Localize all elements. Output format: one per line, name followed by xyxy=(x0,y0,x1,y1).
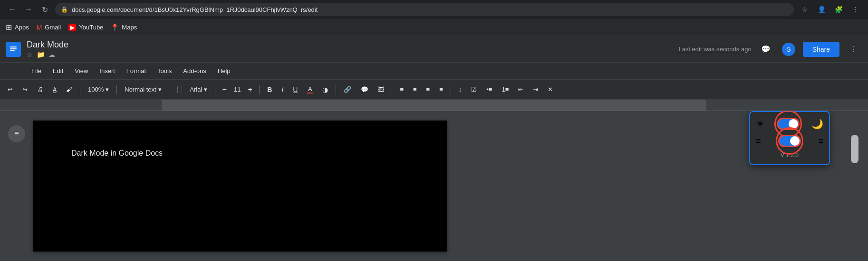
menu-format[interactable]: Format xyxy=(122,65,151,76)
checklist-button[interactable]: ☑ xyxy=(467,83,481,96)
menu-insert[interactable]: Insert xyxy=(95,65,120,76)
toggle-knob-2 xyxy=(790,136,800,146)
bookmark-gmail[interactable]: M Gmail xyxy=(37,24,61,31)
share-button[interactable]: Share xyxy=(803,42,839,57)
forward-button[interactable]: → xyxy=(22,3,35,16)
undo-button[interactable]: ↩ xyxy=(4,83,17,96)
redo-button[interactable]: ↪ xyxy=(19,83,31,96)
theme-toggle[interactable] xyxy=(777,118,800,130)
outline-icon: ≡ xyxy=(14,130,19,138)
menu-dots-icon[interactable]: ⋮ xyxy=(849,3,862,16)
popup-row-theme: ☀ 🌙 xyxy=(756,118,823,130)
decrease-indent-icon: ⇤ xyxy=(518,86,523,93)
profile-icon[interactable]: 👤 xyxy=(815,3,828,16)
scroll-indicator xyxy=(851,135,858,163)
image-button[interactable]: 🖼 xyxy=(374,83,388,96)
docs-title-area: Dark Mode ☆ 📁 ☁ xyxy=(27,40,68,58)
layout-toggle[interactable] xyxy=(778,135,801,147)
highlight-color-button[interactable]: ◑ xyxy=(318,83,332,96)
clear-formatting-icon: ✕ xyxy=(548,86,553,93)
link-button[interactable]: 🔗 xyxy=(340,83,355,96)
align-justify-button[interactable]: ≡ xyxy=(435,83,447,96)
nav-buttons: ← → ↻ xyxy=(6,3,51,16)
sidebar-toggle-icon[interactable]: ⋮ xyxy=(845,41,862,58)
list-right-icon: ≡ xyxy=(818,136,823,146)
increase-indent-button[interactable]: ⇥ xyxy=(529,83,542,96)
align-center-button[interactable]: ≡ xyxy=(409,83,421,96)
outline-button[interactable]: ≡ xyxy=(8,125,25,142)
line-spacing-button[interactable]: ↕ xyxy=(455,83,466,96)
bookmark-youtube[interactable]: ▶ YouTube xyxy=(68,24,103,31)
bold-icon: B xyxy=(267,86,272,93)
youtube-icon: ▶ xyxy=(68,24,76,31)
align-right-icon: ≡ xyxy=(426,86,430,93)
text-color-button[interactable]: A xyxy=(303,83,317,96)
underline-button[interactable]: U xyxy=(289,83,301,96)
bookmark-icon[interactable]: ☆ xyxy=(798,3,811,16)
account-icon[interactable]: G xyxy=(780,41,797,58)
print-button[interactable]: 🖨 xyxy=(33,83,47,96)
menu-tools[interactable]: Tools xyxy=(153,65,176,76)
bookmark-apps[interactable]: ⊞ Apps xyxy=(6,23,29,32)
font-size-area: − 11 + xyxy=(219,84,255,95)
paint-format-button[interactable]: 🖌 xyxy=(62,83,76,96)
extension-icon[interactable]: 🧩 xyxy=(832,3,845,16)
back-button[interactable]: ← xyxy=(6,3,19,16)
comment-icon: 💬 xyxy=(361,86,368,93)
svg-rect-3 xyxy=(10,50,15,51)
address-text: docs.google.com/document/d/1BsU0x12YvrRg… xyxy=(72,6,318,13)
doc-title[interactable]: Dark Mode xyxy=(27,40,68,50)
font-selector[interactable]: Arial ▾ xyxy=(186,86,211,93)
italic-button[interactable]: I xyxy=(278,83,287,96)
chrome-nav-bar: ← → ↻ 🔒 docs.google.com/document/d/1BsU0… xyxy=(0,0,868,19)
comment-button[interactable]: 💬 xyxy=(357,83,372,96)
reload-button[interactable]: ↻ xyxy=(38,3,51,16)
numbered-list-button[interactable]: 1≡ xyxy=(498,83,512,96)
decrease-indent-button[interactable]: ⇤ xyxy=(514,83,527,96)
document-page[interactable]: Dark Mode in Google Docs xyxy=(33,121,447,252)
comments-icon[interactable]: 💬 xyxy=(757,41,774,58)
zoom-arrow-icon: ▾ xyxy=(106,86,109,93)
star-icon[interactable]: ☆ xyxy=(27,51,33,58)
folder-icon[interactable]: 📁 xyxy=(37,51,45,58)
doc-sidebar-left: ≡ xyxy=(0,121,33,252)
extension-popup: ☀ 🌙 ≡ ≡ V 1.2.0 xyxy=(749,111,830,165)
docs-logo xyxy=(6,42,21,57)
bookmark-maps[interactable]: 📍 Maps xyxy=(111,24,137,31)
align-center-icon: ≡ xyxy=(413,86,417,93)
zoom-selector[interactable]: 100% ▾ xyxy=(84,86,113,93)
align-left-button[interactable]: ≡ xyxy=(396,83,407,96)
redo-icon: ↪ xyxy=(22,86,28,93)
bold-button[interactable]: B xyxy=(263,83,276,96)
clear-formatting-button[interactable]: ✕ xyxy=(544,83,557,96)
menu-addons[interactable]: Add-ons xyxy=(178,65,211,76)
doc-area: ≡ Dark Mode in Google Docs ☀ 🌙 ≡ xyxy=(0,111,868,261)
toggle-knob-1 xyxy=(789,119,798,129)
menu-help[interactable]: Help xyxy=(213,65,235,76)
font-size-decrease[interactable]: − xyxy=(219,84,230,95)
list-left-icon: ≡ xyxy=(756,136,761,146)
ruler xyxy=(0,100,868,111)
bullet-list-button[interactable]: •≡ xyxy=(482,83,496,96)
style-selector[interactable]: Normal text ▾ xyxy=(121,86,178,93)
text-color-icon: A xyxy=(307,85,313,93)
menu-view[interactable]: View xyxy=(70,65,93,76)
spell-check-icon: A̲ xyxy=(53,86,57,93)
link-icon: 🔗 xyxy=(344,86,351,93)
underline-icon: U xyxy=(293,86,298,93)
spell-check-button[interactable]: A̲ xyxy=(49,83,60,96)
cloud-icon[interactable]: ☁ xyxy=(48,51,55,58)
font-size-value: 11 xyxy=(231,86,244,93)
align-right-button[interactable]: ≡ xyxy=(423,83,434,96)
svg-text:G: G xyxy=(786,47,791,53)
toolbar-separator-6 xyxy=(336,85,336,94)
image-icon: 🖼 xyxy=(378,86,384,93)
svg-rect-1 xyxy=(10,47,17,47)
toggle-theme-container xyxy=(777,118,800,130)
address-bar[interactable]: 🔒 docs.google.com/document/d/1BsU0x12Yvr… xyxy=(55,3,794,16)
menu-edit[interactable]: Edit xyxy=(48,65,68,76)
document-content: Dark Mode in Google Docs xyxy=(71,149,163,158)
chrome-icons: ☆ 👤 🧩 ⋮ xyxy=(798,3,862,16)
font-size-increase[interactable]: + xyxy=(245,84,255,95)
menu-file[interactable]: File xyxy=(27,65,46,76)
